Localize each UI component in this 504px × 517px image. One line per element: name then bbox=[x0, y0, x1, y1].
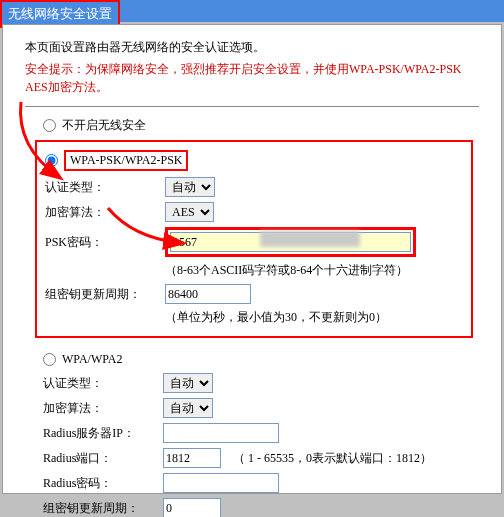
radius-ip-input[interactable] bbox=[163, 423, 279, 443]
group-key-input-1[interactable] bbox=[165, 284, 251, 304]
auth-type-select-2[interactable]: 自动 bbox=[163, 373, 213, 393]
group-key-input-2[interactable] bbox=[163, 498, 221, 517]
radius-pwd-input[interactable] bbox=[163, 473, 279, 493]
auth-type-label-2: 认证类型： bbox=[43, 375, 163, 392]
radio-wpa[interactable] bbox=[43, 353, 56, 366]
wpa-psk-section: WPA-PSK/WPA2-PSK 认证类型： 自动 加密算法： AES PSK密… bbox=[35, 140, 473, 338]
encrypt-label-2: 加密算法： bbox=[43, 400, 163, 417]
radio-wpa-psk-label: WPA-PSK/WPA2-PSK bbox=[64, 150, 188, 171]
intro-text: 本页面设置路由器无线网络的安全认证选项。 bbox=[25, 39, 479, 56]
group-key-label-1: 组密钥更新周期： bbox=[45, 286, 165, 303]
psk-hint: （8-63个ASCII码字符或8-64个十六进制字符） bbox=[165, 262, 463, 279]
auth-type-select[interactable]: 自动 bbox=[165, 177, 215, 197]
annotation-arrow-icon bbox=[11, 97, 81, 187]
watermark: 路由器 luyouqi.com bbox=[437, 395, 495, 487]
watermark-icon bbox=[437, 395, 495, 453]
radius-pwd-label: Radius密码： bbox=[43, 475, 163, 492]
group-key-label-2: 组密钥更新周期： bbox=[43, 500, 163, 517]
blur-overlay bbox=[260, 231, 360, 247]
intro-warning: 安全提示：为保障网络安全，强烈推荐开启安全设置，并使用WPA-PSK/WPA2-… bbox=[25, 60, 479, 96]
group-key-hint-1: （单位为秒，最小值为30，不更新则为0） bbox=[165, 309, 463, 326]
watermark-cn: 路由器 bbox=[437, 455, 495, 476]
encrypt-select-2[interactable]: 自动 bbox=[163, 398, 213, 418]
radius-port-hint: （ 1 - 65535，0表示默认端口：1812） bbox=[233, 450, 432, 467]
watermark-domain: luyouqi.com bbox=[437, 476, 495, 487]
annotation-arrow-psk-icon bbox=[103, 203, 193, 253]
radius-port-label: Radius端口： bbox=[43, 450, 163, 467]
settings-panel: 本页面设置路由器无线网络的安全认证选项。 安全提示：为保障网络安全，强烈推荐开启… bbox=[2, 24, 502, 494]
radius-port-input[interactable] bbox=[163, 448, 221, 468]
radius-ip-label: Radius服务器IP： bbox=[43, 425, 163, 442]
divider bbox=[25, 106, 479, 107]
radio-wpa-label: WPA/WPA2 bbox=[62, 352, 122, 367]
